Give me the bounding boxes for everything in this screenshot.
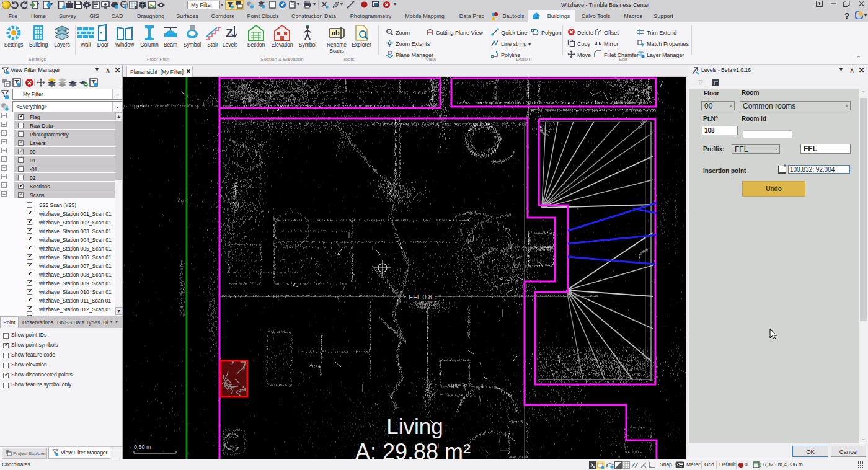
svg-text:0,50 m: 0,50 m — [134, 444, 151, 450]
svg-text:Living: Living — [386, 414, 443, 438]
svg-text:A: 29,88 m²: A: 29,88 m² — [355, 439, 471, 459]
svg-text:ab: ab — [332, 29, 340, 37]
svg-text:Z: Z — [226, 26, 233, 40]
svg-text:FFL 0.8: FFL 0.8 — [409, 293, 432, 301]
